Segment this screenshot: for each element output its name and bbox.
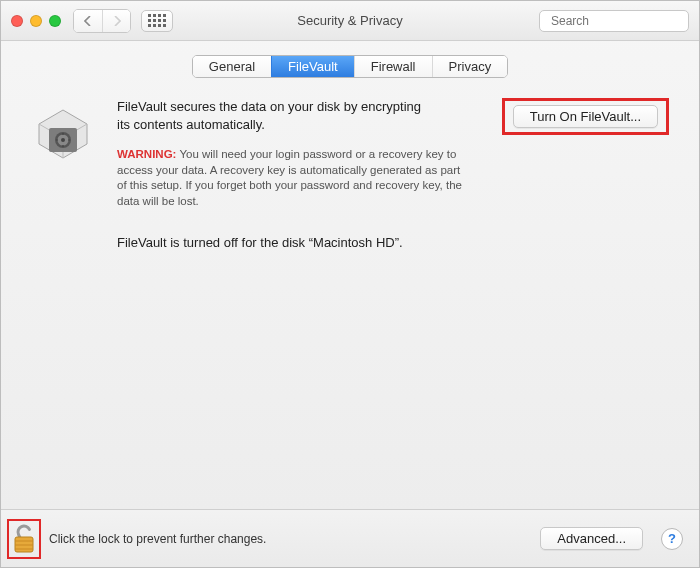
show-all-button[interactable] (141, 10, 173, 32)
help-button[interactable]: ? (661, 528, 683, 550)
filevault-status: FileVault is turned off for the disk “Ma… (117, 235, 464, 250)
grid-icon (148, 14, 166, 27)
search-field[interactable] (539, 10, 689, 32)
filevault-description: FileVault secures the data on your disk … (117, 98, 437, 133)
lock-hint: Click the lock to prevent further change… (49, 532, 266, 546)
tab-bar: General FileVault Firewall Privacy (1, 41, 699, 78)
zoom-window-button[interactable] (49, 15, 61, 27)
warning-label: WARNING: (117, 148, 176, 160)
filevault-icon (31, 98, 95, 171)
svg-rect-13 (15, 548, 33, 550)
minimize-window-button[interactable] (30, 15, 42, 27)
unlock-icon[interactable] (11, 523, 37, 555)
svg-point-5 (61, 138, 65, 142)
svg-rect-11 (15, 540, 33, 542)
tab-filevault[interactable]: FileVault (271, 56, 354, 77)
advanced-button[interactable]: Advanced... (540, 527, 643, 550)
lock-highlight (7, 519, 41, 559)
forward-button[interactable] (102, 10, 130, 32)
titlebar: Security & Privacy (1, 1, 699, 41)
close-window-button[interactable] (11, 15, 23, 27)
footer: Click the lock to prevent further change… (1, 509, 699, 567)
tab-general[interactable]: General (193, 56, 271, 77)
tab-privacy[interactable]: Privacy (432, 56, 508, 77)
back-button[interactable] (74, 10, 102, 32)
filevault-panel: FileVault secures the data on your disk … (1, 78, 699, 509)
window-controls (11, 15, 61, 27)
nav-buttons (73, 9, 131, 33)
turn-on-filevault-button[interactable]: Turn On FileVault... (513, 105, 658, 128)
svg-rect-12 (15, 544, 33, 546)
tab-firewall[interactable]: Firewall (354, 56, 432, 77)
security-privacy-window: Security & Privacy General FileVault Fir… (0, 0, 700, 568)
filevault-warning: WARNING: You will need your login passwo… (117, 147, 464, 209)
search-input[interactable] (551, 14, 700, 28)
turn-on-highlight: Turn On FileVault... (502, 98, 669, 135)
